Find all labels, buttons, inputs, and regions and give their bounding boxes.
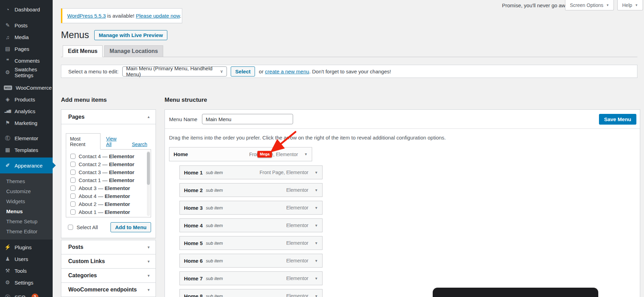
menu-item-home[interactable]: Home Mega Front Page, Elementor ▼ — [169, 147, 312, 161]
pages-metabox-header[interactable]: Pages ▲ — [61, 110, 156, 124]
submenu-item-theme-editor[interactable]: Theme Editor — [0, 226, 53, 236]
screen-options-button[interactable]: Screen Options ▼ — [565, 0, 614, 10]
menu-item-home-6[interactable]: Home 6 sub item Elementor ▼ — [179, 254, 323, 268]
menu-select-dropdown[interactable]: Main Menu (Primary Menu, Handheld Menu) … — [122, 66, 227, 76]
sidebar-item-tools[interactable]: ⚒ Tools — [0, 265, 53, 277]
pages-metabox-title: Pages — [68, 114, 85, 120]
page-checklist-item[interactable]: About 1 — Elementor — [66, 208, 151, 216]
sub-item-tag: sub item — [206, 294, 223, 297]
checkbox[interactable] — [70, 201, 76, 207]
sidebar-item-plugins[interactable]: ⚡ Plugins — [0, 241, 53, 253]
dashboard-icon: ◔ — [4, 7, 11, 12]
sidebar-item-seo[interactable]: Ⓨ SEO 3 — [0, 291, 53, 297]
help-button[interactable]: Help ▼ — [617, 0, 643, 10]
submenu-item-customize[interactable]: Customize — [0, 186, 53, 196]
create-new-menu-link[interactable]: create a new menu — [265, 69, 309, 74]
pin-icon: ✎ — [4, 22, 11, 28]
tab-edit-menus[interactable]: Edit Menus — [63, 45, 103, 57]
checkbox[interactable] — [70, 194, 76, 199]
update-now-link[interactable]: Please update now — [136, 13, 180, 19]
menu-item-title: Home 5 — [184, 240, 203, 246]
item-options-caret[interactable]: ▼ — [304, 152, 308, 156]
checkbox[interactable] — [70, 170, 76, 175]
menu-item-home-1[interactable]: Home 1 sub item Front Page, Elementor ▼ — [179, 165, 323, 179]
wordpress-version-link[interactable]: WordPress 5.5.3 — [67, 13, 106, 19]
checkbox[interactable] — [70, 154, 76, 159]
checkbox[interactable] — [70, 178, 76, 183]
menu-item-home-3[interactable]: Home 3 sub item Elementor ▼ — [179, 201, 323, 215]
user-icon: ♟ — [4, 256, 11, 262]
item-options-caret[interactable]: ▼ — [315, 294, 318, 297]
sidebar-item-comments[interactable]: ❝ Comments — [0, 55, 53, 66]
admin-bar-site-text: Promise, you'll never go away — [502, 2, 571, 8]
menu-item-home-2[interactable]: Home 2 sub item Elementor ▼ — [179, 183, 323, 197]
screen-options-label: Screen Options — [570, 2, 603, 8]
page-item-label: About 4 — Elementor — [79, 193, 130, 199]
select-all-checkbox[interactable] — [68, 225, 73, 230]
sub-item-tag: sub item — [206, 205, 223, 210]
page-checklist-item[interactable]: Contact 3 — Elementor — [66, 168, 151, 176]
menu-item-type: Elementor — [286, 293, 308, 297]
posts-metabox-header[interactable]: Posts ▼ — [61, 240, 156, 254]
page-checklist-item[interactable]: Contact 4 — Elementor — [66, 152, 151, 160]
sidebar-item-settings[interactable]: ⚙ Settings — [0, 277, 53, 288]
menu-item-title: Home — [174, 151, 188, 157]
item-options-caret[interactable]: ▼ — [315, 241, 318, 245]
menu-name-input[interactable] — [202, 114, 293, 124]
sidebar-item-label: Pages — [15, 46, 29, 52]
sidebar-item-dashboard[interactable]: ◔ Dashboard — [0, 3, 53, 15]
sidebar-item-swatches-settings[interactable]: ⚙ Swatches Settings — [0, 66, 53, 78]
item-options-caret[interactable]: ▼ — [315, 206, 318, 210]
item-options-caret[interactable]: ▼ — [315, 259, 318, 263]
select-menu-button[interactable]: Select — [231, 66, 255, 76]
submenu-item-menus[interactable]: Menus — [0, 206, 53, 216]
add-to-menu-button[interactable]: Add to Menu — [111, 222, 151, 232]
submenu-item-widgets[interactable]: Widgets — [0, 196, 53, 206]
item-options-caret[interactable]: ▼ — [315, 224, 318, 227]
select-caret-icon: ∨ — [220, 69, 223, 74]
sidebar-item-users[interactable]: ♟ Users — [0, 253, 53, 265]
sidebar-item-media[interactable]: ♫ Media — [0, 31, 53, 43]
page-checklist-item[interactable]: About 2 — Elementor — [66, 200, 151, 208]
menu-item-title: Home 3 — [184, 205, 203, 211]
manage-live-preview-button[interactable]: Manage with Live Preview — [94, 30, 167, 40]
checkbox[interactable] — [70, 162, 76, 167]
save-menu-button[interactable]: Save Menu — [599, 114, 636, 125]
sidebar-item-templates[interactable]: ▦ Templates — [0, 144, 53, 156]
scrollbar-thumb[interactable] — [147, 152, 150, 185]
item-options-caret[interactable]: ▼ — [315, 277, 318, 280]
sidebar-item-posts[interactable]: ✎ Posts — [0, 19, 53, 31]
page-checklist-item[interactable]: Contact 2 — Elementor — [66, 160, 151, 168]
menu-item-home-8[interactable]: Home 8 sub item Elementor ▼ — [179, 289, 323, 297]
sidebar-item-analytics[interactable]: ▂▅▇ Analytics — [0, 105, 53, 117]
page-checklist-item[interactable]: About 3 — Elementor — [66, 184, 151, 192]
woocommerce-endpoints-metabox-header[interactable]: WooCommerce endpoints ▼ — [61, 282, 156, 297]
select-all-control[interactable]: Select All — [68, 224, 98, 230]
sidebar-item-pages[interactable]: ▤ Pages — [0, 43, 53, 55]
page-checklist-item[interactable]: Contact 1 — Elementor — [66, 176, 151, 184]
custom-links-metabox-header[interactable]: Custom Links ▼ — [61, 254, 156, 269]
submenu-item-theme-setup[interactable]: Theme Setup — [0, 216, 53, 226]
sidebar-item-label: SEO — [15, 294, 26, 297]
sidebar-item-woocommerce[interactable]: WOO WooCommerce — [0, 82, 53, 93]
sidebar-item-appearance[interactable]: ✐ Appearance — [0, 158, 53, 173]
categories-metabox-header[interactable]: Categories ▼ — [61, 268, 156, 283]
page-checklist-item[interactable]: About 4 — Elementor — [66, 192, 151, 200]
sidebar-item-marketing[interactable]: ⚑ Marketing — [0, 117, 53, 129]
checkbox[interactable] — [70, 186, 76, 191]
tab-search[interactable]: Search — [128, 139, 151, 149]
menu-item-home-5[interactable]: Home 5 sub item Elementor ▼ — [179, 236, 323, 250]
sidebar-item-elementor[interactable]: Ⓔ Elementor — [0, 132, 53, 144]
checkbox[interactable] — [70, 209, 76, 215]
submenu-item-themes[interactable]: Themes — [0, 176, 53, 186]
sidebar-item-products[interactable]: ◈ Products — [0, 93, 53, 105]
item-options-caret[interactable]: ▼ — [315, 188, 318, 192]
media-icon: ♫ — [4, 34, 11, 40]
tab-view-all[interactable]: View All — [102, 134, 126, 149]
item-options-caret[interactable]: ▼ — [315, 171, 318, 174]
menu-item-home-7[interactable]: Home 7 sub item Elementor ▼ — [179, 271, 323, 285]
notice-text: is available! — [106, 13, 136, 19]
tab-manage-locations[interactable]: Manage Locations — [104, 45, 163, 57]
menu-item-home-4[interactable]: Home 4 sub item Elementor ▼ — [179, 218, 323, 232]
tab-most-recent[interactable]: Most Recent — [66, 133, 100, 150]
